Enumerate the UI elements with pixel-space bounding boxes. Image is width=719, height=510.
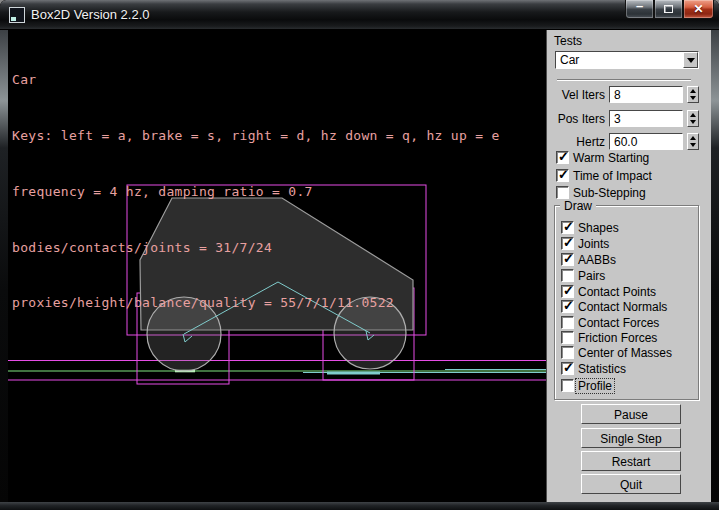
window-border-right [711,30,719,502]
window-title: Box2D Version 2.2.0 [31,7,150,22]
separator [557,79,691,81]
stats-line-frequency: frequency = 4 hz, damping ratio = 0.7 [12,183,500,202]
check-icon: ✓ [558,167,569,183]
spinner-up-button[interactable] [688,134,698,142]
tests-label: Tests [554,34,582,48]
control-panel: Tests Car Vel Iters 8 Pos Iters 3 [546,30,711,502]
check-icon: ✓ [563,219,574,235]
pause-button[interactable]: Pause [581,404,681,424]
hertz-input[interactable]: 60.0 [609,133,683,150]
restart-button[interactable]: Restart [581,451,681,471]
arrow-down-icon [690,143,696,147]
tests-dropdown[interactable]: Car [555,51,699,69]
spinner-down-button[interactable] [688,95,698,103]
arrow-up-icon [690,113,696,117]
window-controls: – ✕ [625,0,714,19]
check-icon: ✓ [563,360,574,376]
stats-line-keys: Keys: left = a, brake = s, right = d, hz… [12,127,500,146]
tests-dropdown-button[interactable] [683,52,698,68]
vel-iters-arrows [687,86,699,103]
arrow-up-icon [690,136,696,140]
vel-iters-label: Vel Iters [547,88,605,102]
tests-dropdown-value: Car [556,52,683,68]
pos-iters-spinner: Pos Iters 3 [547,110,712,127]
debug-stats-text: Car Keys: left = a, brake = s, right = d… [12,34,500,350]
arrow-down-icon [690,120,696,124]
maximize-icon [664,5,673,13]
app-icon [9,7,25,23]
close-button[interactable]: ✕ [683,0,714,19]
stats-line-bodies: bodies/contacts/joints = 31/7/24 [12,239,500,258]
spinner-up-button[interactable] [688,111,698,119]
spinner-down-button[interactable] [688,119,698,127]
check-icon: ✓ [563,235,574,251]
minimize-icon: – [636,2,643,10]
title-bar[interactable]: Box2D Version 2.2.0 – ✕ [0,0,719,30]
hertz-spinner: Hertz 60.0 [547,133,712,150]
simulation-canvas[interactable]: Car Keys: left = a, brake = s, right = d… [8,30,546,502]
quit-button[interactable]: Quit [581,474,681,494]
check-icon: ✓ [563,283,574,299]
pos-iters-input[interactable]: 3 [609,110,683,127]
app-window: Box2D Version 2.2.0 – ✕ [0,0,719,510]
maximize-button[interactable] [654,0,683,19]
hertz-label: Hertz [547,135,605,149]
minimize-button[interactable]: – [625,0,654,19]
window-border-left [0,30,8,502]
vel-iters-spinner: Vel Iters 8 [547,86,712,103]
hertz-arrows [687,133,699,150]
close-icon: ✕ [693,2,703,16]
window-border-bottom [0,502,719,510]
pos-iters-label: Pos Iters [547,112,605,126]
check-icon: ✓ [563,298,574,314]
check-icon: ✓ [563,251,574,267]
stats-line-test-name: Car [12,71,500,90]
stats-line-proxies: proxies/height/balance/quality = 55/7/1/… [12,294,500,313]
single-step-button[interactable]: Single Step [581,428,681,448]
check-icon: ✓ [558,149,569,165]
vel-iters-input[interactable]: 8 [609,86,683,103]
chevron-down-icon [687,58,695,63]
draw-group-title: Draw [560,199,596,213]
spinner-down-button[interactable] [688,142,698,150]
pos-iters-arrows [687,110,699,127]
arrow-up-icon [690,89,696,93]
arrow-down-icon [690,96,696,100]
spinner-up-button[interactable] [688,87,698,95]
